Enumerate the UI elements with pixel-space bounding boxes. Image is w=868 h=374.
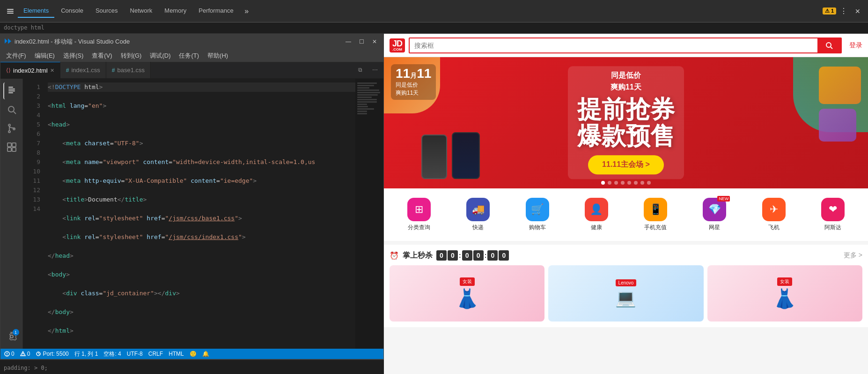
code-text[interactable]: <!DOCTYPE html> <html lang="en"> <head> … xyxy=(44,79,355,349)
vscode-close-btn[interactable]: ✕ xyxy=(369,37,380,47)
app-icon-express[interactable]: 🚚 快递 xyxy=(459,196,497,233)
app-icon-asda[interactable]: ❤ 阿斯达 xyxy=(814,196,852,233)
svg-point-7 xyxy=(8,106,14,112)
tab-sources[interactable]: Sources xyxy=(90,4,124,18)
activity-bar xyxy=(0,79,23,349)
tab-performance[interactable]: Performance xyxy=(193,4,239,18)
flash-more-link[interactable]: 更多 > xyxy=(844,251,862,260)
timer-h1: 0 xyxy=(436,250,447,261)
menu-debug[interactable]: 调试(D) xyxy=(146,50,174,61)
menu-edit[interactable]: 编辑(E) xyxy=(31,50,59,61)
banner-dot-7[interactable] xyxy=(640,181,644,185)
activity-settings[interactable] xyxy=(3,328,20,345)
status-emoji[interactable]: 🙂 xyxy=(190,351,197,357)
app-icon-wangxing[interactable]: 💎 NEW 网星 xyxy=(695,196,734,233)
app-icon-flights[interactable]: ✈ 飞机 xyxy=(755,196,793,233)
flash-product-1[interactable]: 女装 👗 xyxy=(390,265,544,322)
banner-dot-6[interactable] xyxy=(634,181,638,185)
topup-icon: 📱 xyxy=(644,198,667,221)
svg-rect-13 xyxy=(7,143,11,147)
flash-product-3[interactable]: 女装 👗 xyxy=(707,265,862,322)
banner-right-products xyxy=(819,67,861,142)
app-icon-categories[interactable]: ⊞ 分类查询 xyxy=(400,196,438,233)
jd-search-button[interactable] xyxy=(817,38,841,52)
jd-logo-com: .COM xyxy=(392,48,402,52)
activity-explorer[interactable] xyxy=(3,82,20,99)
flights-icon: ✈ xyxy=(762,198,786,221)
wangxing-label: 网星 xyxy=(709,224,720,232)
status-line-ending[interactable]: CRLF xyxy=(148,351,163,357)
status-language[interactable]: HTML xyxy=(169,351,184,357)
code-editor-content[interactable]: 12345 678910 11121314 <!DOCTYPE html> <h… xyxy=(23,79,383,349)
status-position[interactable]: 行 1, 列 1 xyxy=(74,350,98,358)
menu-file[interactable]: 文件(F) xyxy=(2,50,30,61)
app-icon-topup[interactable]: 📱 手机充值 xyxy=(636,196,675,233)
tab-index02-html[interactable]: ⟨⟩ index02.html ✕ xyxy=(0,62,60,78)
status-encoding[interactable]: UTF-8 xyxy=(127,351,143,357)
svg-rect-15 xyxy=(7,148,11,151)
express-icon: 🚚 xyxy=(466,198,490,221)
jd-search-bar[interactable] xyxy=(409,37,842,53)
banner-dot-3[interactable] xyxy=(614,181,618,185)
menu-view[interactable]: 查看(V) xyxy=(88,50,116,61)
jd-search-input[interactable] xyxy=(410,38,817,52)
left-panel: index02.html - 移动端 - Visual Studio Code … xyxy=(0,34,384,374)
app-icon-cart[interactable]: 🛒 购物车 xyxy=(518,196,557,233)
devtools-toggle-btn[interactable] xyxy=(4,5,17,18)
tab-label-index02: index02.html xyxy=(13,67,48,74)
status-port[interactable]: Port: 5500 xyxy=(36,351,68,357)
menu-select[interactable]: 选择(S) xyxy=(59,50,87,61)
phone-mockup-1 xyxy=(421,135,447,179)
banner-dot-4[interactable] xyxy=(621,181,625,185)
banner-cta-button[interactable]: 11.11主会场 > xyxy=(588,156,664,175)
status-warnings[interactable]: 0 xyxy=(20,351,30,357)
banner-dot-1[interactable] xyxy=(601,181,605,185)
tab-elements[interactable]: Elements xyxy=(18,4,54,18)
split-editor-btn[interactable]: ⧉ xyxy=(353,63,367,76)
warn-badge: ⚠ 1 xyxy=(823,7,836,15)
tab-base1-css[interactable]: # base1.css xyxy=(106,62,151,78)
vscode-app-icon xyxy=(4,38,12,45)
activity-extensions[interactable] xyxy=(3,139,20,156)
tab-close-index02[interactable]: ✕ xyxy=(50,67,54,74)
categories-icon: ⊞ xyxy=(407,198,431,221)
activity-git[interactable] xyxy=(3,120,20,137)
activity-search[interactable] xyxy=(3,101,20,118)
vscode-editor-tabs: ⟨⟩ index02.html ✕ # index1.css # base1.c… xyxy=(0,62,383,79)
status-errors[interactable]: 0 xyxy=(4,351,15,357)
devtools-console-bottom: padding: > 0; xyxy=(0,359,384,374)
devtools-close-btn[interactable]: ✕ xyxy=(851,5,864,18)
express-label: 快递 xyxy=(472,224,484,232)
banner-dot-2[interactable] xyxy=(608,181,611,185)
vscode-minimize-btn[interactable]: — xyxy=(343,37,353,47)
vscode-restore-btn[interactable]: ☐ xyxy=(356,37,367,47)
css-file-icon-2: # xyxy=(112,67,115,74)
banner-phone-products xyxy=(421,135,480,179)
banner-center-content: 同是低价 爽购11天 提前抢券 爆款预售 11.11主会场 > xyxy=(568,66,684,179)
tab-memory[interactable]: Memory xyxy=(159,4,192,18)
more-tabs-btn[interactable]: » xyxy=(240,5,253,18)
menu-help[interactable]: 帮助(H) xyxy=(204,50,232,61)
jd-logo-jd: JD xyxy=(392,39,402,48)
app-icon-health[interactable]: 👤 健康 xyxy=(577,196,616,233)
svg-rect-0 xyxy=(7,9,14,10)
status-notifications[interactable]: 🔔 xyxy=(202,351,209,357)
tab-console[interactable]: Console xyxy=(55,4,89,18)
jd-login-btn[interactable]: 登录 xyxy=(849,41,862,50)
menu-goto[interactable]: 转到(G) xyxy=(117,50,146,61)
banner-subtitle1: 同是低价 xyxy=(611,71,641,79)
devtools-tabbar: Elements Console Sources Network Memory … xyxy=(0,0,868,22)
vscode-titlebar: index02.html - 移动端 - Visual Studio Code … xyxy=(0,34,383,49)
tab-index1-css[interactable]: # index1.css xyxy=(60,62,106,78)
tab-network[interactable]: Network xyxy=(125,4,158,18)
editor-actions-btn[interactable]: ⋯ xyxy=(368,63,382,76)
menu-task[interactable]: 任务(T) xyxy=(175,50,203,61)
banner-dot-8[interactable] xyxy=(647,181,651,185)
banner-pagination xyxy=(601,181,651,185)
status-spaces[interactable]: 空格: 4 xyxy=(103,350,121,358)
devtools-menu-btn[interactable]: ⋮ xyxy=(837,5,850,18)
flash-product-2[interactable]: Lenovo 💻 xyxy=(548,265,703,322)
timer-s1: 0 xyxy=(487,250,498,261)
banner-dot-5[interactable] xyxy=(627,181,631,185)
product-img-2: Lenovo 💻 xyxy=(548,265,703,322)
